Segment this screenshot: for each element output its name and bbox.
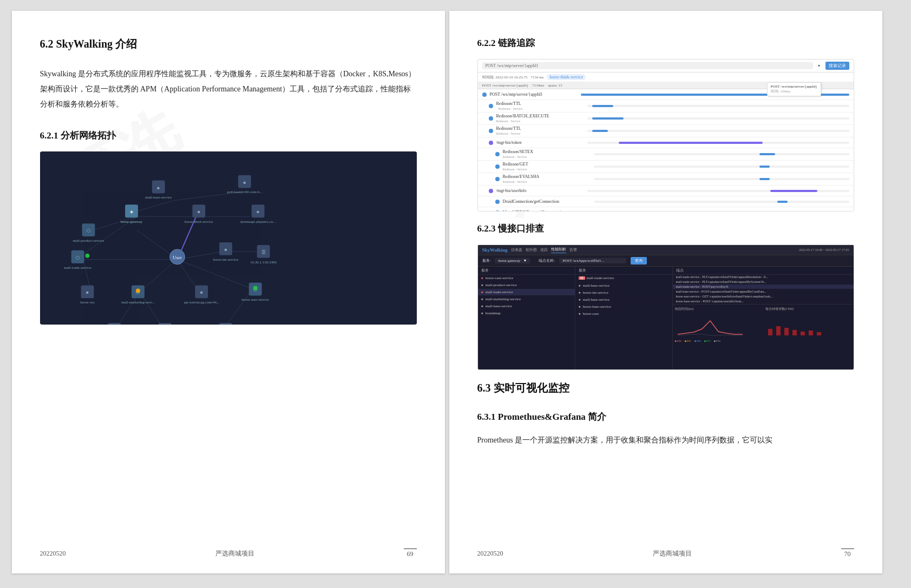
si-svc-2: ●mall-product-service <box>478 282 575 289</box>
si-svc-5: ●mall-base-service <box>478 303 575 310</box>
si-mid-svc-4: ●mall-base-service <box>575 296 672 303</box>
trace-dot-4 <box>489 129 493 133</box>
svg-text:poll.kuaidi100.com:4...: poll.kuaidi100.com:4... <box>227 190 262 194</box>
svg-text:dynmsapi.alipuncs.co...: dynmsapi.alipuncs.co... <box>240 220 276 224</box>
svg-text:⬡: ⬡ <box>86 228 90 233</box>
svg-rect-74 <box>784 328 789 335</box>
trace-dot-11 <box>495 210 500 212</box>
trace-bar-4 <box>592 130 608 132</box>
si-legend-p50: ■ P50 <box>714 340 720 342</box>
si-svc-dot-1: ● <box>481 276 483 280</box>
trace-row-9: /mgt-biz/userInfo <box>478 186 854 196</box>
svg-text:🗄: 🗄 <box>261 250 265 255</box>
trace-row-8: Redisson/EVALSHARedisson - Service <box>478 173 854 186</box>
si-search-btn[interactable]: 查询 <box>631 257 647 265</box>
sw-header: POST /wx/mtp/server/{appId} ▼ 搜索记录 <box>478 60 854 72</box>
left-page-footer: 20220520 严选商城项目 69 <box>12 549 445 558</box>
trace-dot-6 <box>495 152 500 156</box>
si-mid-tag-1: 慢 <box>579 276 585 280</box>
trace-dot-9 <box>489 189 493 193</box>
trace-service-10: DruidConnection/getConnection <box>503 199 589 204</box>
si-nav: SkyWalking 仪表盘 拓扑图 追踪 性能剖析 告警 2022-05-17… <box>478 245 854 255</box>
si-route-1: mall-trade-service - PLT/captains/refund… <box>673 275 854 280</box>
pages-container: 6.2 SkyWalking 介绍 Skywalking 是分布式系统的应用程序… <box>12 11 900 573</box>
si-ui: SkyWalking 仪表盘 拓扑图 追踪 性能剖析 告警 2022-05-17… <box>478 245 854 369</box>
si-nav-tab4: 性能剖析 <box>551 247 566 253</box>
trace-bar-6 <box>759 153 775 155</box>
si-svc-1: ●horse-case-service <box>478 275 575 282</box>
si-nav-tab5: 告警 <box>569 247 577 253</box>
svg-point-70 <box>135 288 140 293</box>
svg-text:horse-user-service: horse-user-service <box>241 298 269 302</box>
trace-bar-3 <box>592 117 624 120</box>
trace-timeline-5 <box>587 142 849 144</box>
si-svc-6: ●brandmap <box>478 310 575 316</box>
trace-dot-5 <box>489 141 493 145</box>
svg-rect-66 <box>219 323 232 325</box>
si-chart-legend: ■ P99 ■ P95 ■ P90 ■ P75 ■ P50 <box>675 340 761 342</box>
si-svc-4: ●mall-marketing-service <box>478 296 575 303</box>
svg-text:◈: ◈ <box>130 209 134 214</box>
svg-rect-78 <box>817 332 821 335</box>
right-page-footer: 20220520 严选商城项目 70 <box>449 549 882 558</box>
right-page: 6.2.2 链路追踪 POST /wx/mtp/server/{appId} ▼… <box>449 11 882 573</box>
trace-row-10: DruidConnection/getConnection <box>478 196 854 207</box>
trace-row-5: /mgt-biz/token <box>478 137 854 148</box>
trace-timeline-3 <box>587 117 849 120</box>
si-legend-p99: ■ P99 <box>675 340 681 342</box>
trace-timeline-10 <box>594 201 849 203</box>
si-endpoint-label: 端点名称: <box>539 258 555 263</box>
si-nav-tab1: 仪表盘 <box>511 247 522 253</box>
si-chart-left-svg <box>675 313 761 337</box>
svg-text:horse-third-service: horse-third-service <box>185 220 213 224</box>
si-mid-col: 服务 慢mall-trade-service ●mall-base-servic… <box>575 267 673 369</box>
trace-service-4: Redisson/TTLRedisson - Service <box>496 126 583 136</box>
si-mid-svc-2: ●mall-base-service <box>575 282 672 289</box>
trace-row-4: Redisson/TTLRedisson - Service <box>478 125 854 137</box>
si-main-content: 服务 ●horse-case-service ●mall-product-ser… <box>478 267 854 369</box>
svg-text:api.weixin.qq.com/44...: api.weixin.qq.com/44... <box>183 300 219 305</box>
si-legend-p90: ■ P90 <box>694 340 701 342</box>
si-mid-svc-5: ●horse-base-service <box>575 303 672 310</box>
trace-service-8: Redisson/EVALSHARedisson - Service <box>503 174 589 184</box>
svg-text:⬡: ⬡ <box>76 255 80 260</box>
trace-bar-7 <box>759 166 770 168</box>
svg-point-71 <box>253 286 257 290</box>
trace-timeline-4 <box>587 130 849 132</box>
si-chart-left-label: 响应时间(ms) <box>675 307 761 312</box>
trace-row-3: Redisson/BATCH_EXECUTERedisson - Service <box>478 113 854 125</box>
trace-screenshot: POST /wx/mtp/server/{appId} ▼ 搜索记录 时间段: … <box>478 60 854 211</box>
svg-text:■: ■ <box>200 290 202 295</box>
si-time-text: 2022-05-17 16:40 ~ 2022-05-17 17:05 <box>799 248 849 252</box>
trace-bar-2 <box>592 105 613 107</box>
trace-service-7: Redisson/GETRedisson - Service <box>503 162 589 171</box>
sw-tooltip: POST /wx/mtp/server/{appId} 时间: 100ms <box>767 82 821 96</box>
left-page: 6.2 SkyWalking 介绍 Skywalking 是分布式系统的应用程序… <box>12 11 445 573</box>
right-footer-page: 70 <box>841 549 854 558</box>
trace-bar-5 <box>619 142 763 144</box>
svg-rect-60 <box>108 323 121 325</box>
si-endpoint-input: POST /wxApps/wx0f5e3… <box>559 258 626 263</box>
left-footer-date: 20220520 <box>40 550 66 558</box>
si-svc-3: ●mall-trade-service <box>478 289 575 296</box>
trace-timeline-2 <box>587 105 849 107</box>
trace-row-7: Redisson/GETRedisson - Service <box>478 161 854 173</box>
si-right-header: 端点 <box>673 267 854 275</box>
si-mid-dot-5: ● <box>579 305 581 309</box>
si-mid-svc-6: ●horse-case <box>575 310 672 317</box>
si-time-selector: 2022-05-17 16:40 ~ 2022-05-17 17:05 <box>799 248 849 252</box>
si-left-col: 服务 ●horse-case-service ●mall-product-ser… <box>478 267 575 369</box>
svg-text:horse-oss: horse-oss <box>80 300 95 305</box>
svg-rect-72 <box>768 329 772 335</box>
section-623-title: 6.2.3 慢接口排查 <box>477 222 854 235</box>
trace-timeline-9 <box>587 190 849 192</box>
trace-dot-8 <box>495 177 500 181</box>
svg-text:■: ■ <box>224 247 227 252</box>
si-chart-container: 响应时间(ms) ■ P99 ■ P95 ■ P9 <box>673 304 854 369</box>
si-mid-svc-3: ●horse-im-service <box>575 289 672 296</box>
trace-service-9: /mgt-biz/userInfo <box>496 188 583 193</box>
svg-text:User: User <box>173 255 182 260</box>
trace-dot-3 <box>489 116 493 121</box>
sw-trace-rows: POST /wx/mtp/server/{appId} Redisson/TTL… <box>478 89 854 211</box>
section-621-title: 6.2.1 分析网络拓扑 <box>40 129 417 142</box>
